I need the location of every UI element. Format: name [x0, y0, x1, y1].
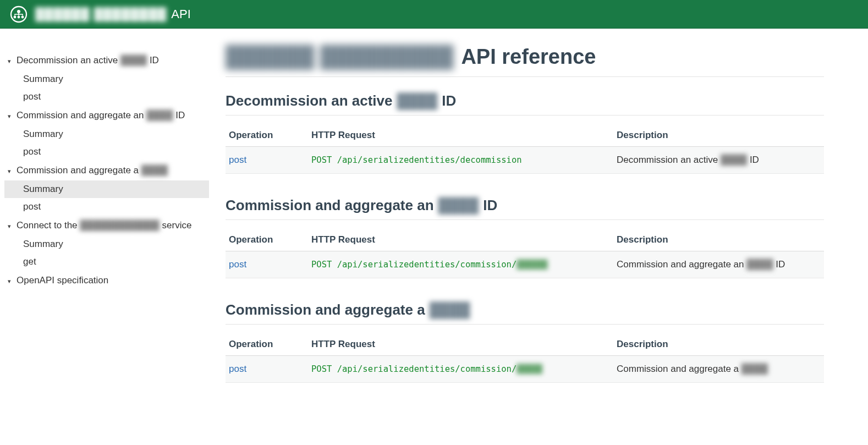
sidebar-item[interactable]: Summary [4, 70, 209, 88]
operation-cell: post [226, 251, 308, 278]
caret-down-icon: ▾ [8, 223, 13, 230]
sidebar-section-head[interactable]: ▾OpenAPI specification [4, 271, 209, 290]
brand-name-redacted: ██████ ████████ [35, 7, 167, 21]
sidebar-item[interactable]: post [4, 198, 209, 216]
column-header-desc: Description [613, 125, 824, 147]
http-request-cell: POST /api/serializedentities/commission/… [308, 356, 613, 383]
redacted-text: █████ [517, 364, 542, 374]
top-header: ██████ ████████ API [0, 0, 868, 29]
table-row: postPOST /api/serializedentities/commiss… [226, 356, 824, 383]
operation-link[interactable]: post [229, 155, 246, 165]
svg-point-3 [18, 15, 20, 18]
redacted-text: ████ [746, 259, 773, 270]
redacted-text: ██████ [517, 260, 547, 270]
column-header-op: Operation [226, 125, 308, 147]
sidebar-item[interactable]: Summary [4, 235, 209, 253]
sidebar-section-label: Connect to the ████████████ service [17, 220, 191, 231]
api-section: Decommission an active ████ IDOperationH… [226, 92, 824, 174]
sidebar-section-label: OpenAPI specification [17, 275, 108, 286]
operation-cell: post [226, 356, 308, 383]
main-content: ██████ █████████ API reference Decommiss… [209, 29, 868, 428]
http-request-cell: POST /api/serializedentities/commission/… [308, 251, 613, 278]
redacted-text: ████ [141, 165, 168, 175]
sidebar-section-head[interactable]: ▾Connect to the ████████████ service [4, 216, 209, 235]
section-title: Commission and aggregate a ████ [226, 301, 824, 325]
sidebar-section-head[interactable]: ▾Commission and aggregate a ████ [4, 161, 209, 180]
svg-point-2 [14, 15, 17, 18]
caret-down-icon: ▾ [8, 58, 13, 65]
redacted-text: ████ [120, 55, 147, 65]
sidebar-item[interactable]: get [4, 253, 209, 271]
description-cell: Commission and aggregate an ████ ID [613, 251, 824, 278]
redacted-text: ████ [430, 301, 470, 318]
operation-cell: post [226, 147, 308, 174]
svg-point-4 [21, 15, 24, 18]
sidebar-item[interactable]: post [4, 88, 209, 106]
operations-table: OperationHTTP RequestDescriptionpostPOST… [226, 125, 824, 174]
http-request-cell: POST /api/serializedentities/decommissio… [308, 147, 613, 174]
brand-text: ██████ ████████ API [35, 7, 191, 21]
caret-down-icon: ▾ [8, 168, 13, 175]
redacted-text: ████ [741, 364, 768, 374]
redacted-text: ████ [146, 110, 173, 120]
column-header-req: HTTP Request [308, 334, 613, 356]
brand-suffix: API [171, 7, 190, 21]
operations-table: OperationHTTP RequestDescriptionpostPOST… [226, 230, 824, 278]
section-title: Decommission an active ████ ID [226, 92, 824, 116]
brand-logo-icon [10, 6, 28, 23]
description-cell: Commission and aggregate a ████ [613, 356, 824, 383]
column-header-desc: Description [613, 334, 824, 356]
sidebar-section-label: Commission and aggregate an ████ ID [17, 110, 185, 121]
section-title: Commission and aggregate an ████ ID [226, 197, 824, 220]
column-header-req: HTTP Request [308, 230, 613, 251]
redacted-text: ████ [438, 197, 479, 214]
redacted-text: ████ [721, 155, 747, 165]
redacted-text: ████ [397, 92, 437, 109]
sidebar-section-head[interactable]: ▾Decommission an active ████ ID [4, 51, 209, 70]
api-section: Commission and aggregate a ████Operation… [226, 301, 824, 383]
caret-down-icon: ▾ [8, 278, 13, 285]
api-section: Commission and aggregate an ████ IDOpera… [226, 197, 824, 278]
sidebar-item[interactable]: post [4, 143, 209, 161]
column-header-desc: Description [613, 230, 824, 251]
sidebar-nav: ▾Decommission an active ████ IDSummarypo… [0, 29, 209, 428]
column-header-op: Operation [226, 230, 308, 251]
sidebar-item[interactable]: Summary [4, 125, 209, 143]
table-row: postPOST /api/serializedentities/commiss… [226, 251, 824, 278]
sidebar-item[interactable]: Summary [4, 180, 209, 198]
sidebar-section-head[interactable]: ▾Commission and aggregate an ████ ID [4, 106, 209, 125]
operations-table: OperationHTTP RequestDescriptionpostPOST… [226, 334, 824, 383]
sidebar-section-label: Decommission an active ████ ID [17, 55, 159, 66]
operation-link[interactable]: post [229, 259, 246, 270]
column-header-op: Operation [226, 334, 308, 356]
page-title: ██████ █████████ API reference [226, 45, 824, 77]
caret-down-icon: ▾ [8, 113, 13, 120]
column-header-req: HTTP Request [308, 125, 613, 147]
page-title-suffix: API reference [461, 45, 596, 69]
operation-link[interactable]: post [229, 364, 246, 374]
sidebar-section-label: Commission and aggregate a ████ [17, 165, 168, 176]
page-title-redacted: ██████ █████████ [226, 45, 453, 69]
redacted-text: ████████████ [80, 220, 160, 230]
table-row: postPOST /api/serializedentities/decommi… [226, 147, 824, 174]
description-cell: Decommission an active ████ ID [613, 147, 824, 174]
svg-point-1 [17, 10, 20, 13]
